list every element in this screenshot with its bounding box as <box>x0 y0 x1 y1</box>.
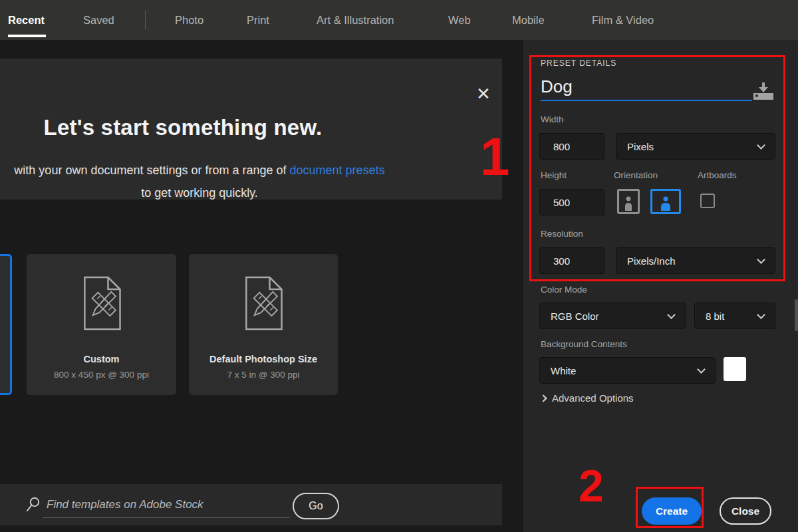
document-name-input[interactable] <box>541 73 752 101</box>
orientation-label: Orientation <box>614 170 658 180</box>
chevron-right-icon <box>539 394 547 402</box>
hero-title: Let's start something new. <box>0 115 366 140</box>
templates-area: Let's start something new. with your own… <box>0 40 522 532</box>
landscape-person-icon <box>659 196 672 211</box>
orientation-landscape-button[interactable] <box>650 189 681 214</box>
resolution-unit-dropdown[interactable]: Pixels/Inch <box>616 247 775 274</box>
template-card-default-photoshop-size[interactable]: Default Photoshop Size 7 x 5 in @ 300 pp… <box>189 254 338 395</box>
tab-web[interactable]: Web <box>448 0 471 40</box>
resolution-unit-value: Pixels/Inch <box>627 255 758 267</box>
tab-saved[interactable]: Saved <box>83 0 114 40</box>
document-ruler-pencil-icon <box>238 273 289 334</box>
bit-depth-value: 8 bit <box>706 311 758 322</box>
template-card-subtitle: 800 x 450 px @ 300 ppi <box>27 370 176 380</box>
tab-photo[interactable]: Photo <box>175 0 203 40</box>
tab-mobile[interactable]: Mobile <box>512 0 545 40</box>
preset-details-header: PRESET DETAILS <box>541 59 616 68</box>
background-contents-value: White <box>551 365 698 376</box>
chevron-down-icon <box>667 311 676 319</box>
artboards-label: Artboards <box>698 170 737 180</box>
chevron-down-icon <box>757 255 765 264</box>
go-button[interactable]: Go <box>293 493 339 519</box>
chevron-down-icon <box>697 365 706 374</box>
hero-banner: Let's start something new. with your own… <box>0 59 502 200</box>
background-contents-dropdown[interactable]: White <box>539 357 716 384</box>
height-input[interactable] <box>539 189 604 215</box>
template-card-selected[interactable] <box>0 254 12 395</box>
hero-body-line2: to get working quickly. <box>0 186 399 200</box>
resolution-label: Resolution <box>541 229 583 239</box>
width-input[interactable] <box>539 133 604 160</box>
template-card-title: Default Photoshop Size <box>189 354 338 364</box>
create-button[interactable]: Create <box>642 497 702 525</box>
advanced-options-label: Advanced Options <box>552 392 634 404</box>
height-label: Height <box>541 170 567 180</box>
template-card-subtitle: 7 x 5 in @ 300 ppi <box>189 370 338 380</box>
scrollbar-thumb[interactable] <box>795 299 798 331</box>
search-icon <box>25 496 41 513</box>
background-contents-label: Background Contents <box>541 339 627 349</box>
template-card-custom[interactable]: Custom 800 x 450 px @ 300 ppi <box>27 254 176 395</box>
chevron-down-icon <box>757 141 765 150</box>
advanced-options-toggle[interactable]: Advanced Options <box>541 392 634 404</box>
hero-body-prefix: with your own document settings or from … <box>14 164 289 177</box>
artboards-checkbox[interactable] <box>700 194 715 208</box>
chevron-down-icon <box>757 311 765 319</box>
tab-print[interactable]: Print <box>247 0 269 40</box>
color-mode-value: RGB Color <box>551 311 668 322</box>
color-mode-dropdown[interactable]: RGB Color <box>539 303 686 329</box>
orientation-portrait-button[interactable] <box>617 189 640 214</box>
nav-divider <box>145 11 146 29</box>
annotation-step-2: 2 <box>579 463 604 508</box>
document-ruler-pencil-icon <box>76 273 127 334</box>
width-unit-dropdown[interactable]: Pixels <box>616 133 775 160</box>
bit-depth-dropdown[interactable]: 8 bit <box>694 303 775 329</box>
save-preset-icon[interactable] <box>751 81 775 101</box>
tab-film-video[interactable]: Film & Video <box>592 0 654 40</box>
hero-body-line1: with your own document settings or from … <box>0 164 429 178</box>
top-nav: Recent Saved Photo Print Art & Illustrat… <box>0 0 798 40</box>
close-icon[interactable]: ✕ <box>472 82 495 105</box>
template-card-title: Custom <box>27 354 176 364</box>
width-label: Width <box>541 114 564 124</box>
close-button[interactable]: Close <box>720 497 771 525</box>
portrait-person-icon <box>623 196 634 211</box>
resolution-input[interactable] <box>539 247 604 274</box>
search-input[interactable] <box>43 491 290 518</box>
preset-details-panel: PRESET DETAILS Width Pixels Height Orien… <box>522 40 798 532</box>
tab-art-illustration[interactable]: Art & Illustration <box>317 0 394 40</box>
background-color-swatch[interactable] <box>724 357 746 381</box>
color-mode-label: Color Mode <box>541 285 587 295</box>
width-unit-value: Pixels <box>627 141 758 152</box>
document-presets-link[interactable]: document presets <box>290 164 385 177</box>
adobe-stock-search-bar: Go <box>0 484 502 525</box>
new-document-dialog: Recent Saved Photo Print Art & Illustrat… <box>0 0 798 532</box>
tab-recent[interactable]: Recent <box>8 0 45 40</box>
